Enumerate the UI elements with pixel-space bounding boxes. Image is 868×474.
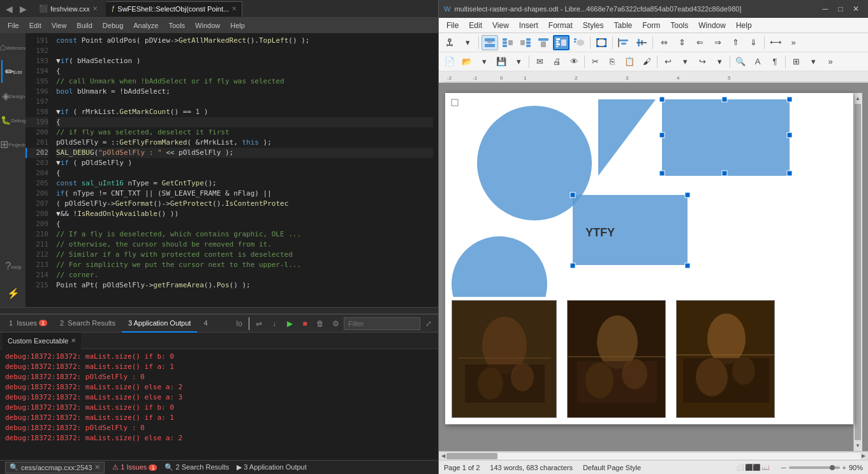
wrap-left-btn[interactable] xyxy=(499,35,516,50)
lo-zoom-out-btn[interactable]: ─ xyxy=(781,464,786,471)
sidebar-item-help[interactable]: ? Help xyxy=(1,255,24,278)
output-filter-input[interactable] xyxy=(344,317,420,330)
photo-thumb-3[interactable] xyxy=(676,300,775,418)
lo-copy-btn[interactable]: ⎘ xyxy=(604,54,621,69)
hscroll-left-btn[interactable]: ◀ xyxy=(440,453,446,459)
sel-handle-tc[interactable] xyxy=(722,97,727,102)
lo-redo-dropdown-btn[interactable]: ▾ xyxy=(711,54,728,69)
lo-preview-btn[interactable]: 👁 xyxy=(566,54,582,69)
anchor-btn[interactable] xyxy=(441,35,458,50)
lo-undo-dropdown-btn[interactable]: ▾ xyxy=(677,54,693,69)
lo-fontcolor-btn[interactable]: A xyxy=(749,54,766,69)
sel-handle2-tr[interactable] xyxy=(685,192,690,198)
status-search-results[interactable]: 🔍 2 Search Results xyxy=(165,463,229,471)
lo-menu-help[interactable]: Help xyxy=(731,20,757,31)
lo-menu-styles[interactable]: Styles xyxy=(578,20,609,31)
tb-extra7[interactable]: ⟷ xyxy=(767,35,784,50)
sel-handle2-br[interactable] xyxy=(685,263,690,268)
sidebar-item-extra[interactable]: ⚡ xyxy=(1,282,24,305)
status-app-output[interactable]: ▶ 3 Application Output xyxy=(237,463,307,471)
tb-expand-btn[interactable]: » xyxy=(785,35,802,50)
lo-menu-table[interactable]: Table xyxy=(609,20,638,31)
align-vert-btn[interactable] xyxy=(633,35,650,50)
output-scroll-btn[interactable]: ↓ xyxy=(267,317,281,331)
output-subtab-custom[interactable]: Custom Executable ✕ xyxy=(3,333,81,349)
lo-hscrollbar[interactable]: ◀ ▶ xyxy=(439,451,868,460)
lo-table-btn[interactable]: ⊞ xyxy=(788,54,804,69)
lo-menu-view[interactable]: View xyxy=(487,20,514,31)
menu-tools[interactable]: Tools xyxy=(163,22,190,29)
lo-menu-window[interactable]: Window xyxy=(693,20,731,31)
ide-tab-swfeshell[interactable]: ƒ SwFEShell::SelectObj(const Point... ✕ xyxy=(106,1,242,17)
tb-extra2[interactable]: ⇕ xyxy=(673,35,690,50)
output-settings-btn[interactable]: ⚙ xyxy=(328,317,342,331)
lo-view-book-btn[interactable]: 📖 xyxy=(760,462,771,473)
output-content[interactable]: debug:18372:18372: maList.size() if b: 0… xyxy=(0,349,438,460)
lo-email-btn[interactable]: ✉ xyxy=(531,54,548,69)
menu-edit[interactable]: Edit xyxy=(24,22,47,29)
vscroll-thumb[interactable] xyxy=(855,104,861,440)
lo-print-btn[interactable]: 🖨 xyxy=(548,54,565,69)
lo-para-btn[interactable]: ¶ xyxy=(767,54,783,69)
menu-debug[interactable]: Debug xyxy=(98,22,128,29)
lo-menu-edit[interactable]: Edit xyxy=(464,20,487,31)
anchor-dropdown-btn[interactable]: ▾ xyxy=(459,35,476,50)
sel-handle-tr[interactable] xyxy=(787,97,792,102)
tab-close-feshview[interactable]: ✕ xyxy=(92,5,98,12)
lo-vscrollbar[interactable]: ▲ ▼ xyxy=(853,93,862,451)
tb-extra3[interactable]: ⇐ xyxy=(691,35,708,50)
lo-menu-format[interactable]: Format xyxy=(543,20,578,31)
output-tab-4[interactable]: 4 xyxy=(197,315,214,333)
menu-file[interactable]: File xyxy=(3,22,24,29)
sel-handle-bl[interactable] xyxy=(659,171,665,176)
shape-circle-small[interactable] xyxy=(452,236,547,297)
sidebar-item-debug[interactable]: 🐛 Debug xyxy=(1,108,24,131)
lo-zoom-thumb[interactable] xyxy=(830,465,835,470)
output-run-btn[interactable]: ▶ xyxy=(283,317,297,331)
lo-paste-btn[interactable]: 📋 xyxy=(621,54,638,69)
menu-window[interactable]: Window xyxy=(190,22,225,29)
tb-extra1[interactable]: ⇔ xyxy=(656,35,672,50)
lo-open-btn[interactable]: 📂 xyxy=(459,54,475,69)
output-clear-btn[interactable]: 🗑 xyxy=(313,317,327,331)
lo-menu-tools[interactable]: Tools xyxy=(665,20,693,31)
output-stop-btn[interactable]: ■ xyxy=(298,317,312,331)
output-io-btn[interactable]: Io xyxy=(232,317,246,331)
tab-close-swfeshell[interactable]: ✕ xyxy=(232,5,237,12)
sel-handle2-bl[interactable] xyxy=(570,263,575,268)
lo-maximize-btn[interactable]: □ xyxy=(834,3,848,15)
search-box-status[interactable]: 🔍 cess/accmap.cxx:2543 ✕ xyxy=(5,462,105,473)
output-wrap-btn[interactable]: ⇌ xyxy=(252,317,266,331)
sidebar-item-welcome[interactable]: ⌂ Welcome xyxy=(1,36,24,59)
lo-menu-file[interactable]: File xyxy=(441,20,464,31)
lo-view-dual-btn[interactable]: ⬛⬛ xyxy=(747,462,758,473)
sel-handle-mr[interactable] xyxy=(787,133,792,138)
menu-analyze[interactable]: Analyze xyxy=(128,22,163,29)
tb-extra4[interactable]: ⇒ xyxy=(709,35,726,50)
lo-cut-btn[interactable]: ✂ xyxy=(587,54,603,69)
photo-thumb-2[interactable] xyxy=(567,300,666,418)
output-maximize-btn[interactable]: ⤢ xyxy=(422,317,436,331)
lo-menu-form[interactable]: Form xyxy=(637,20,665,31)
search-close-icon[interactable]: ✕ xyxy=(94,463,100,471)
code-editor[interactable]: const Point aOldPos( pDView->GetAllMarke… xyxy=(51,33,438,307)
lo-new-btn[interactable]: 📄 xyxy=(441,54,458,69)
lo-open-dropdown-btn[interactable]: ▾ xyxy=(476,54,492,69)
position-size-btn[interactable] xyxy=(593,35,610,50)
hscroll-thumb[interactable] xyxy=(446,453,497,459)
lo-find-btn[interactable]: 🔍 xyxy=(732,54,749,69)
status-issues[interactable]: ⚠ 1 Issues 1 xyxy=(112,463,157,471)
sel-handle-bc[interactable] xyxy=(722,171,727,176)
lo-zoom-value[interactable]: 90% xyxy=(849,464,863,471)
lo-view-single-btn[interactable]: ⬜ xyxy=(734,462,746,473)
menu-help[interactable]: Help xyxy=(225,22,250,29)
output-tab-issues[interactable]: 1 Issues 1 xyxy=(3,315,54,333)
ide-tab-feshview[interactable]: ⬛ feshview.cxx ✕ xyxy=(33,1,103,17)
menu-build[interactable]: Build xyxy=(71,22,97,29)
wrap-top-btn[interactable] xyxy=(535,35,552,50)
lo-save-dropdown-btn[interactable]: ▾ xyxy=(510,54,527,69)
sidebar-item-edit[interactable]: ✏ Edit xyxy=(1,60,24,83)
lo-close-btn[interactable]: ✕ xyxy=(849,3,863,15)
align-horiz-btn[interactable] xyxy=(615,35,632,50)
output-tab-appout[interactable]: 3 Application Output xyxy=(122,315,197,333)
